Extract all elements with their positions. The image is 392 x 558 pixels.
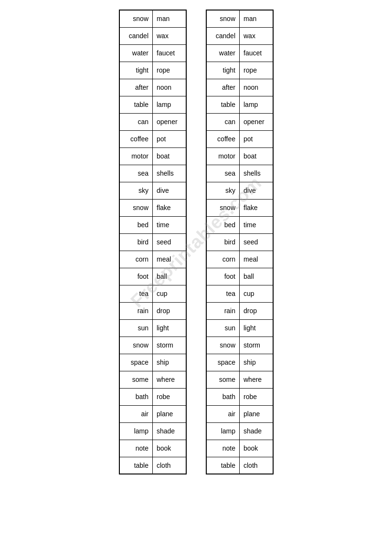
table-row: football <box>206 268 273 285</box>
word-part2: ball <box>153 268 186 285</box>
word-part2: boat <box>240 147 273 165</box>
word-part2: pot <box>153 130 186 147</box>
word-part1: air <box>206 405 240 422</box>
table-row: snowstorm <box>206 337 273 354</box>
table-row: teacup <box>119 285 186 302</box>
table-row: birdseed <box>206 233 273 251</box>
word-part2: wax <box>153 27 186 44</box>
word-part2: flake <box>153 199 186 216</box>
word-part2: boat <box>153 147 186 165</box>
word-part1: bed <box>119 216 153 233</box>
word-part1: after <box>206 79 240 96</box>
word-part1: can <box>119 113 153 130</box>
word-part1: sky <box>206 182 240 199</box>
table-row: snowman <box>119 10 186 27</box>
word-part2: noon <box>153 79 186 96</box>
table-row: waterfaucet <box>206 44 273 62</box>
word-part1: some <box>119 371 153 388</box>
word-part2: storm <box>153 337 186 354</box>
word-part2: dive <box>240 182 273 199</box>
table-row: afternoon <box>119 79 186 96</box>
word-part2: shells <box>240 165 273 182</box>
word-part1: bath <box>119 388 153 405</box>
table-row: snowflake <box>206 199 273 216</box>
word-part2: shells <box>153 165 186 182</box>
word-part2: rope <box>240 62 273 79</box>
table-row: tightrope <box>206 62 273 79</box>
word-part1: tight <box>206 62 240 79</box>
word-part1: coffee <box>206 130 240 147</box>
word-part2: cloth <box>153 457 186 474</box>
word-part2: lamp <box>153 96 186 113</box>
word-part1: water <box>119 44 153 62</box>
word-part1: note <box>206 440 240 457</box>
word-part2: seed <box>153 233 186 251</box>
word-part2: pot <box>240 130 273 147</box>
table-row: cornmeal <box>206 251 273 268</box>
table-row: snowman <box>206 10 273 27</box>
table-row: sunlight <box>119 319 186 337</box>
word-part2: light <box>240 319 273 337</box>
word-part1: bird <box>206 233 240 251</box>
table-row: motorboat <box>119 147 186 165</box>
word-part2: meal <box>240 251 273 268</box>
word-part2: time <box>153 216 186 233</box>
word-part1: corn <box>206 251 240 268</box>
word-part1: snow <box>119 337 153 354</box>
word-part1: water <box>206 44 240 62</box>
table-row: cornmeal <box>119 251 186 268</box>
table-row: canopener <box>119 113 186 130</box>
word-part2: time <box>240 216 273 233</box>
table-row: tablelamp <box>206 96 273 113</box>
word-part2: man <box>240 10 273 27</box>
word-part2: opener <box>153 113 186 130</box>
table-row: waterfaucet <box>119 44 186 62</box>
table-row: bathrobe <box>119 388 186 405</box>
word-part1: table <box>206 457 240 474</box>
table-row: raindrop <box>119 302 186 319</box>
word-part1: table <box>119 96 153 113</box>
word-part1: motor <box>206 147 240 165</box>
word-part2: ship <box>153 354 186 371</box>
word-part1: lamp <box>119 422 153 440</box>
word-part2: cup <box>240 285 273 302</box>
table-row: candelwax <box>206 27 273 44</box>
table-row: spaceship <box>119 354 186 371</box>
word-part2: seed <box>240 233 273 251</box>
word-part1: air <box>119 405 153 422</box>
word-part2: where <box>153 371 186 388</box>
word-part1: foot <box>119 268 153 285</box>
table-row: tablecloth <box>119 457 186 474</box>
word-part2: shade <box>240 422 273 440</box>
word-part1: space <box>119 354 153 371</box>
word-part1: bird <box>119 233 153 251</box>
page-container: Freeprintables.com snowmancandelwaxwater… <box>119 10 274 474</box>
word-part2: book <box>153 440 186 457</box>
table-row: snowstorm <box>119 337 186 354</box>
word-part1: rain <box>206 302 240 319</box>
word-part1: candel <box>206 27 240 44</box>
right-table: snowmancandelwaxwaterfaucettightropeafte… <box>206 10 274 474</box>
word-part2: faucet <box>153 44 186 62</box>
table-row: candelwax <box>119 27 186 44</box>
table-row: motorboat <box>206 147 273 165</box>
word-part2: noon <box>240 79 273 96</box>
word-part2: ball <box>240 268 273 285</box>
left-table: snowmancandelwaxwaterfaucettightropeafte… <box>119 10 187 474</box>
table-row: airplane <box>119 405 186 422</box>
table-row: somewhere <box>119 371 186 388</box>
table-row: seashells <box>206 165 273 182</box>
table-row: coffeepot <box>119 130 186 147</box>
word-part2: robe <box>240 388 273 405</box>
word-part2: rope <box>153 62 186 79</box>
word-part1: some <box>206 371 240 388</box>
word-part1: sun <box>119 319 153 337</box>
word-part2: dive <box>153 182 186 199</box>
word-part2: robe <box>153 388 186 405</box>
word-part1: snow <box>119 199 153 216</box>
word-part1: tight <box>119 62 153 79</box>
word-part2: drop <box>153 302 186 319</box>
table-row: afternoon <box>206 79 273 96</box>
word-part1: candel <box>119 27 153 44</box>
table-row: canopener <box>206 113 273 130</box>
